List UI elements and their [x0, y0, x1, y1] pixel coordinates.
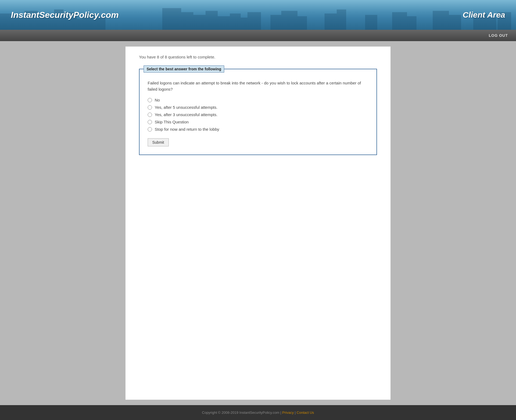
question-box: Select the best answer from the followin…: [139, 69, 377, 155]
svg-rect-20: [296, 16, 307, 30]
questions-status: You have 8 of 8 questions left to comple…: [139, 55, 377, 59]
svg-rect-15: [230, 14, 241, 30]
list-item: Yes, after 3 unsuccessful attempts.: [148, 112, 368, 117]
svg-rect-18: [270, 15, 283, 30]
footer-separator: |: [295, 411, 297, 415]
radio-label-stop[interactable]: Stop for now and return to the lobby: [155, 127, 219, 132]
list-item: No: [148, 98, 368, 102]
list-item: Yes, after 5 unsuccessful attempts.: [148, 105, 368, 110]
radio-label-yes5[interactable]: Yes, after 5 unsuccessful attempts.: [155, 105, 217, 110]
question-legend: Select the best answer from the followin…: [144, 65, 224, 73]
svg-rect-21: [325, 14, 338, 30]
svg-rect-16: [239, 18, 249, 30]
site-header: InstantSecurityPolicy.com Client Area: [0, 0, 516, 30]
radio-option-yes3[interactable]: [148, 113, 152, 117]
nav-bar: LOG OUT: [0, 30, 516, 41]
svg-rect-17: [247, 12, 261, 30]
radio-options-list: No Yes, after 5 unsuccessful attempts. Y…: [148, 98, 368, 132]
svg-rect-23: [365, 15, 377, 30]
svg-rect-13: [206, 11, 218, 30]
question-text: Failed logons can indicate an attempt to…: [148, 80, 368, 92]
svg-rect-14: [216, 16, 231, 30]
svg-rect-11: [180, 12, 193, 30]
radio-label-skip[interactable]: Skip This Question: [155, 120, 189, 124]
radio-option-no[interactable]: [148, 98, 152, 102]
logout-button[interactable]: LOG OUT: [489, 33, 508, 38]
svg-rect-10: [162, 8, 181, 30]
content-panel: You have 8 of 8 questions left to comple…: [125, 47, 391, 400]
svg-rect-26: [433, 11, 449, 30]
site-footer: Copyright © 2008-2019 InstantSecurityPol…: [0, 405, 516, 420]
contact-link[interactable]: Contact Us: [297, 411, 314, 415]
submit-button[interactable]: Submit: [148, 138, 169, 146]
site-logo: InstantSecurityPolicy.com: [11, 10, 119, 20]
svg-rect-25: [406, 16, 416, 30]
main-wrapper: You have 8 of 8 questions left to comple…: [0, 41, 516, 405]
radio-option-stop[interactable]: [148, 127, 152, 132]
svg-rect-27: [449, 15, 461, 30]
list-item: Stop for now and return to the lobby: [148, 127, 368, 132]
svg-rect-24: [392, 12, 407, 30]
radio-label-yes3[interactable]: Yes, after 3 unsuccessful attempts.: [155, 112, 217, 117]
svg-rect-19: [281, 11, 297, 30]
client-area-label: Client Area: [463, 10, 505, 19]
list-item: Skip This Question: [148, 120, 368, 124]
radio-option-yes5[interactable]: [148, 105, 152, 110]
svg-rect-22: [337, 9, 346, 30]
radio-label-no[interactable]: No: [155, 98, 160, 102]
footer-copyright: Copyright © 2008-2019 InstantSecurityPol…: [202, 411, 281, 415]
privacy-link[interactable]: Privacy: [282, 411, 294, 415]
radio-option-skip[interactable]: [148, 120, 152, 124]
